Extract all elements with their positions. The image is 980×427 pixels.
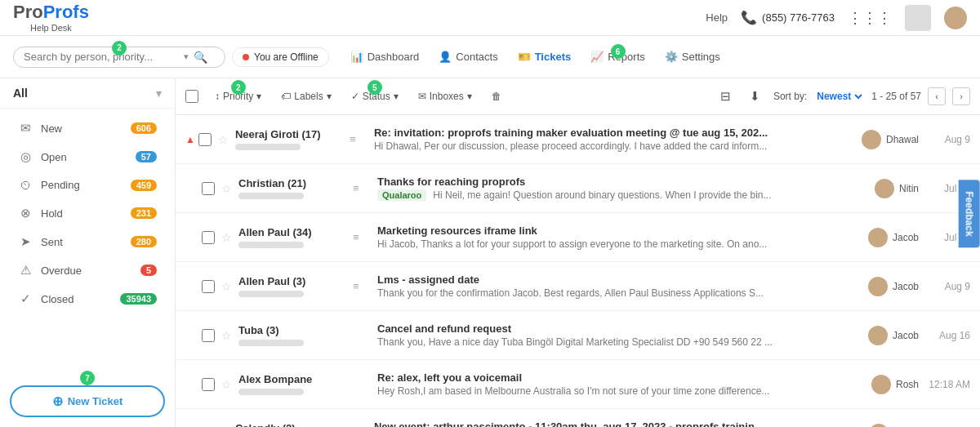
feedback-tab[interactable]: Feedback xyxy=(958,180,979,247)
sender-sub-bar xyxy=(238,291,304,297)
trash-icon: 🗑 xyxy=(492,91,501,102)
ticket-type-icon: ≡ xyxy=(350,133,369,145)
assignee-avatar xyxy=(869,424,889,428)
table-row[interactable]: ☆ Christian (21) ≡ Thanks for reaching p… xyxy=(176,164,980,213)
ticket-type-icon: ≡ xyxy=(353,280,372,292)
ticket-sender: Allen Paul (3) xyxy=(238,275,353,297)
inboxes-button[interactable]: ✉ Inboxes ▾ xyxy=(410,87,480,106)
sent-icon: ➤ xyxy=(18,234,33,249)
star-icon[interactable]: ☆ xyxy=(221,329,232,342)
sidebar-open-label: Open xyxy=(41,151,67,163)
ticket-checkbox[interactable] xyxy=(202,231,215,244)
star-icon[interactable]: ☆ xyxy=(221,231,232,244)
new-ticket-button[interactable]: ⊕ New Ticket xyxy=(10,385,165,417)
new-ticket-plus-icon: ⊕ xyxy=(52,394,63,409)
status-indicator[interactable]: You are Offline xyxy=(232,47,329,67)
nav-item-settings[interactable]: ⚙️ Settings xyxy=(657,46,728,68)
download-icon: ⬇ xyxy=(750,89,760,104)
table-row[interactable]: ▲ ☆ Neeraj Giroti (17) ≡ Re: invitation:… xyxy=(176,115,980,164)
sidebar-item-sent-left: ➤ Sent xyxy=(18,234,63,249)
ticket-preview: Qualaroo Hi Neil, me again! Question aro… xyxy=(377,189,853,201)
ticket-checkbox[interactable] xyxy=(202,182,215,195)
sidebar-hold-label: Hold xyxy=(41,207,63,220)
open-icon: ◎ xyxy=(18,149,33,164)
user-avatar-icon xyxy=(944,7,967,29)
table-row[interactable]: ☆ Allen Paul (3) ≡ Lms - assigned date T… xyxy=(176,262,980,311)
pagination-prev-button[interactable]: ‹ xyxy=(928,87,946,105)
download-button[interactable]: ⬇ xyxy=(744,85,767,108)
sidebar-item-sent[interactable]: ➤ Sent 280 xyxy=(5,228,170,256)
preview-text: Hi Neil, me again! Question around binar… xyxy=(433,189,771,201)
sidebar-item-overdue[interactable]: ⚠ Overdue 5 xyxy=(5,256,170,284)
sidebar-open-badge: 57 xyxy=(136,151,157,162)
table-row[interactable]: ☆ Alex Bompane Re: alex, left you a voic… xyxy=(176,360,980,409)
sidebar-new-label: New xyxy=(41,122,62,135)
sort-select[interactable]: Newest xyxy=(813,90,865,103)
select-all-checkbox[interactable] xyxy=(185,90,198,103)
star-icon[interactable]: ☆ xyxy=(221,280,232,293)
ticket-sender: Allen Paul (34) xyxy=(238,226,353,248)
table-row[interactable]: ☆ Allen Paul (34) ≡ Marketing resources … xyxy=(176,213,980,262)
sidebar-section: ✉ New 606 ◎ Open 57 ⏲ xyxy=(0,109,175,318)
sender-name: Calendly (2) xyxy=(235,422,350,427)
labels-button[interactable]: 🏷 Labels ▾ xyxy=(273,87,339,106)
tickets-toolbar: 2 ↕ Priority ▾ 🏷 Labels ▾ 5 ✓ xyxy=(176,78,980,115)
pagination-next-button[interactable]: › xyxy=(952,87,970,105)
search-input[interactable] xyxy=(24,51,179,63)
sender-sub-bar xyxy=(238,389,304,395)
status-badge-container: 5 ✓ Status ▾ xyxy=(343,87,407,106)
logo-profs: Profs xyxy=(43,2,89,22)
help-link[interactable]: Help xyxy=(706,11,728,24)
ticket-date: Aug 9 xyxy=(925,281,970,292)
table-row[interactable]: ▲ ☆ Calendly (2) New event: arthur nasci… xyxy=(176,409,980,427)
nav-item-reports[interactable]: 6 📈 Reports xyxy=(582,46,653,68)
ticket-subject: Lms - assigned date xyxy=(377,274,853,286)
logo: ProProfs Help Desk xyxy=(13,2,89,32)
ticket-checkbox[interactable] xyxy=(202,329,215,342)
ticket-checkbox[interactable] xyxy=(202,378,215,391)
nav-item-contacts[interactable]: 👤 Contacts xyxy=(430,46,506,68)
reports-badge-6: 6 xyxy=(611,44,626,59)
ticket-checkbox[interactable] xyxy=(202,280,215,293)
star-icon[interactable]: ☆ xyxy=(221,378,232,391)
delete-button[interactable]: 🗑 xyxy=(483,87,510,106)
priority-sort-icon: ↕ xyxy=(215,91,220,102)
advanced-filter-button[interactable]: ⊟ xyxy=(715,85,737,108)
ticket-sender: Christian (21) xyxy=(238,177,353,199)
ticket-assignee: Jacob xyxy=(853,228,919,247)
ticket-checkbox[interactable] xyxy=(198,133,212,146)
search-dropdown-icon[interactable]: ▾ xyxy=(184,51,189,62)
star-icon[interactable]: ☆ xyxy=(221,182,232,195)
logo-pro: Pro xyxy=(13,2,43,22)
grid-icon[interactable]: ⋮⋮⋮ xyxy=(848,9,892,27)
labels-label: Labels xyxy=(294,91,323,102)
sender-sub-bar xyxy=(238,193,304,199)
sidebar-item-pending[interactable]: ⏲ Pending 459 xyxy=(5,171,170,198)
assignee-name: Rosh xyxy=(896,379,919,390)
ticket-tag: Qualaroo xyxy=(377,189,426,201)
ticket-preview: Hi Jacob, Thanks a lot for your support … xyxy=(377,238,853,250)
priority-badge-container: 2 ↕ Priority ▾ xyxy=(207,87,270,106)
ticket-assignee: Jacob xyxy=(853,277,919,296)
new-ticket-container: 7 ⊕ New Ticket xyxy=(0,377,175,427)
ticket-subject: Re: alex, left you a voicemail xyxy=(377,371,853,384)
sidebar-all-label: All xyxy=(13,87,28,100)
nav-item-tickets[interactable]: 🎫 Tickets xyxy=(510,46,580,68)
sidebar-item-new[interactable]: ✉ New 606 xyxy=(5,114,170,142)
new-icon: ✉ xyxy=(18,121,33,136)
sidebar-sent-label: Sent xyxy=(41,236,63,248)
assignee-avatar xyxy=(868,277,888,296)
sidebar-item-hold[interactable]: ⊗ Hold 231 xyxy=(5,199,170,227)
sidebar-item-open[interactable]: ◎ Open 57 xyxy=(5,143,170,171)
sidebar-item-closed[interactable]: ✓ Closed 35943 xyxy=(5,285,170,313)
nav-item-dashboard[interactable]: 📊 Dashboard xyxy=(342,46,428,68)
star-icon[interactable]: ☆ xyxy=(218,133,229,146)
search-bar[interactable]: 2 ▾ 🔍 xyxy=(13,47,225,68)
sidebar-all-item[interactable]: All ▾ xyxy=(0,78,175,109)
table-row[interactable]: ☆ Tuba (3) Cancel and refund request Tha… xyxy=(176,311,980,360)
search-magnify-icon[interactable]: 🔍 xyxy=(194,51,207,64)
search-badge-2: 2 xyxy=(112,41,127,56)
sidebar-overdue-badge: 5 xyxy=(140,265,157,276)
assignee-avatar xyxy=(862,130,881,149)
assignee-avatar xyxy=(875,179,894,198)
